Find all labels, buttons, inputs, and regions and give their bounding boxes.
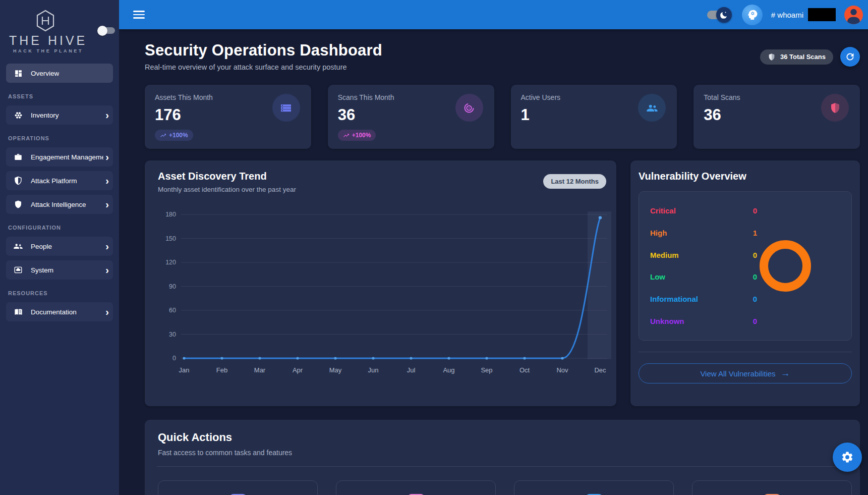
sidebar-item-system[interactable]: System › [6, 260, 113, 280]
sidebar-item-label: People [31, 243, 52, 250]
quick-actions-grid [158, 480, 852, 495]
quick-actions-subtitle: Fast access to common tasks and features [158, 449, 852, 457]
hive-logo-icon [35, 9, 55, 34]
sidebar-collapse-toggle[interactable] [99, 27, 115, 34]
vuln-row-low: Low0 [650, 272, 757, 281]
svg-text:Jun: Jun [368, 366, 379, 374]
quick-action-tile-4[interactable] [692, 480, 852, 495]
quick-actions-title: Quick Actions [158, 431, 852, 444]
hamburger-menu-icon[interactable] [133, 9, 145, 21]
total-scans-chip-label: 36 Total Scans [780, 53, 826, 61]
shield-icon [13, 199, 23, 209]
vuln-row-unknown: Unknown0 [650, 317, 757, 325]
refresh-button[interactable] [840, 47, 860, 67]
chevron-right-icon: › [103, 176, 109, 186]
vulnerability-title: Vulnerability Overview [639, 171, 852, 182]
dark-mode-toggle[interactable] [707, 11, 729, 19]
arrow-right-icon: → [781, 368, 790, 379]
group-icon [638, 94, 666, 122]
chevron-right-icon: › [103, 265, 109, 275]
svg-text:Aug: Aug [443, 366, 454, 374]
svg-text:May: May [329, 366, 342, 374]
asset-discovery-card: Asset Discovery Trend Monthly asset iden… [145, 160, 616, 406]
sidebar-item-documentation[interactable]: Documentation › [6, 302, 113, 321]
quick-action-tile-1[interactable] [158, 480, 318, 495]
vuln-count: 0 [753, 272, 757, 281]
svg-text:Mar: Mar [254, 366, 266, 374]
sidebar-item-attack-platform[interactable]: Attack Platform › [6, 171, 113, 190]
user-avatar[interactable] [844, 6, 863, 24]
stat-card-total-scans: Total Scans 36 [693, 85, 860, 149]
total-scans-chip: 36 Total Scans [760, 49, 833, 65]
sidebar-item-label: Engagement Management [31, 153, 103, 161]
svg-text:0: 0 [172, 355, 176, 362]
sidebar-item-inventory[interactable]: Inventory › [6, 105, 113, 125]
person-icon [844, 6, 863, 24]
svg-text:Jan: Jan [179, 366, 190, 374]
chart-subtitle: Monthly asset identification over the pa… [158, 186, 604, 193]
svg-text:30: 30 [169, 331, 176, 338]
logo: THE HIVE HACK THE PLANET [0, 0, 119, 57]
quick-action-tile-2[interactable] [336, 480, 496, 495]
svg-text:180: 180 [165, 211, 176, 218]
redacted-username [808, 8, 836, 21]
sidebar: THE HIVE HACK THE PLANET Overview ASSETS… [0, 0, 119, 495]
briefcase-icon [13, 152, 23, 162]
moon-icon [716, 7, 732, 23]
stat-trend-badge: +100% [338, 130, 376, 141]
vuln-count: 0 [753, 206, 757, 215]
vuln-count: 1 [753, 229, 757, 237]
nav-section-resources: RESOURCES [8, 290, 119, 296]
asset-trend-line-chart: 0306090120150180JanFebMarAprMayJunJulAug… [150, 207, 611, 378]
sidebar-item-engagement-management[interactable]: Engagement Management › [6, 147, 113, 167]
page-subtitle: Real-time overview of your attack surfac… [145, 63, 382, 71]
view-all-vulnerabilities-button[interactable]: View All Vulnerabilities → [639, 363, 852, 383]
sidebar-item-label: Attack Platform [31, 177, 77, 185]
logo-title: THE HIVE [9, 33, 110, 48]
quick-actions-card: Quick Actions Fast access to common task… [145, 420, 860, 495]
shield-icon [768, 53, 776, 61]
divider [639, 352, 852, 352]
quick-action-tile-3[interactable] [514, 480, 674, 495]
stat-card-active-users: Active Users 1 [511, 85, 677, 149]
svg-text:60: 60 [169, 307, 176, 314]
trending-up-icon [160, 132, 166, 139]
system-cloud-icon [13, 265, 23, 275]
sidebar-item-overview[interactable]: Overview [6, 64, 113, 83]
sidebar-item-attack-intelligence[interactable]: Attack Intelligence › [6, 195, 113, 214]
svg-text:Feb: Feb [216, 366, 227, 374]
svg-text:90: 90 [169, 283, 176, 290]
chevron-right-icon: › [103, 241, 109, 251]
refresh-icon [845, 51, 855, 62]
storage-icon [272, 94, 300, 122]
settings-fab[interactable] [833, 443, 862, 472]
chevron-right-icon: › [103, 307, 109, 317]
book-icon [13, 307, 23, 317]
psychology-icon [746, 9, 758, 21]
svg-text:Oct: Oct [519, 366, 530, 374]
stats-row: Assets This Month 176 +100% Scans This M… [145, 85, 860, 149]
hive-icon [13, 110, 23, 120]
sidebar-nav: Overview ASSETS Inventory › OPERATIONS [0, 64, 119, 321]
stat-card-assets: Assets This Month 176 +100% [145, 85, 311, 149]
logo-subtitle: HACK THE PLANET [13, 48, 83, 53]
toggle-knob [97, 26, 107, 36]
vuln-count: 0 [753, 251, 757, 259]
svg-text:150: 150 [165, 235, 176, 242]
topbar: # whoami [119, 0, 868, 29]
svg-text:120: 120 [165, 259, 176, 266]
vuln-count: 0 [753, 295, 757, 303]
vuln-row-critical: Critical0 [650, 206, 757, 215]
psychology-button[interactable] [742, 5, 763, 25]
svg-text:Nov: Nov [556, 366, 568, 374]
chevron-right-icon: › [103, 110, 109, 120]
vuln-row-informational: Informational0 [650, 295, 757, 303]
vulnerability-donut-chart [760, 240, 811, 292]
sidebar-item-people[interactable]: People › [6, 237, 113, 256]
page-title: Security Operations Dashboard [145, 41, 382, 60]
nav-section-configuration: CONFIGURATION [8, 225, 119, 231]
chevron-right-icon: › [103, 152, 109, 162]
vulnerability-panel: Critical0 High1 Medium0 Low0 Information… [639, 191, 852, 341]
groups-icon [13, 241, 23, 251]
stat-trend-badge: +100% [155, 130, 193, 141]
